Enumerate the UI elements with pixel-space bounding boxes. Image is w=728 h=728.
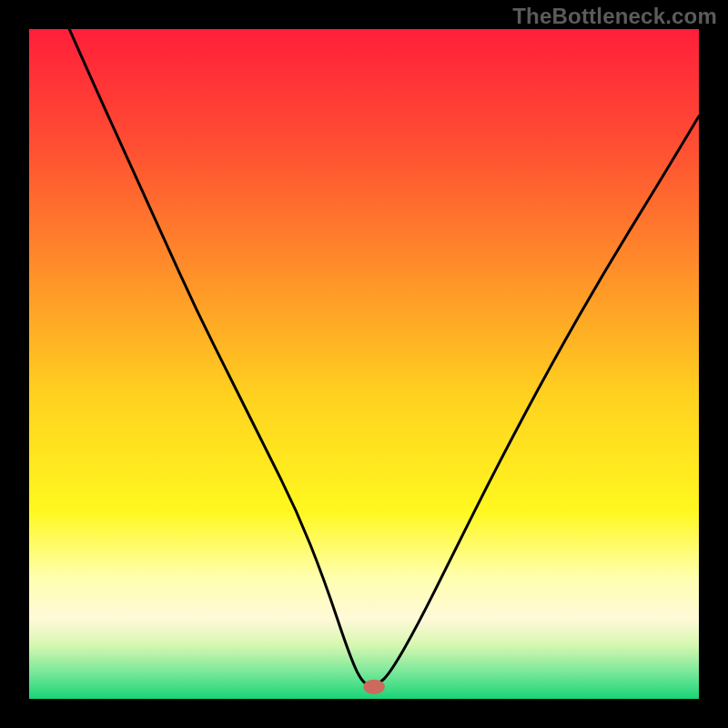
svg-point-1	[363, 680, 385, 694]
watermark-text: TheBottleneck.com	[512, 4, 717, 29]
chart-frame: TheBottleneck.com	[0, 0, 728, 728]
bottleneck-plot	[29, 29, 699, 699]
plot-svg	[29, 29, 699, 699]
svg-rect-0	[29, 29, 699, 699]
